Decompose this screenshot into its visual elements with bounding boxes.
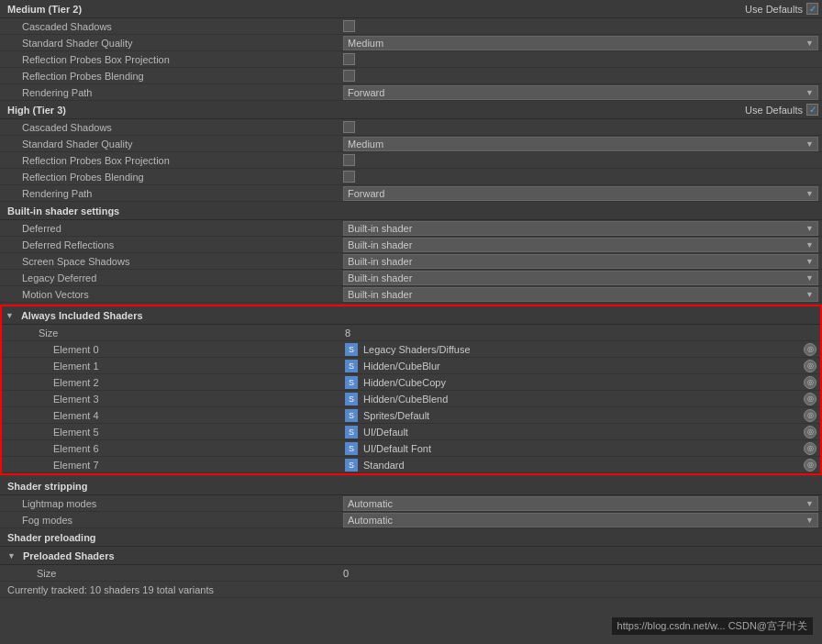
high-blending-checkbox[interactable]	[343, 171, 355, 183]
element-2-value-text: Hidden/CubeCopy	[363, 377, 802, 388]
medium-rendering-path-label: Rendering Path	[4, 87, 343, 98]
high-shader-quality-row: Standard Shader Quality Medium ▼	[0, 136, 822, 152]
motion-vectors-label: Motion Vectors	[4, 289, 343, 300]
high-rendering-path-arrow: ▼	[805, 189, 814, 198]
high-rendering-path-dropdown[interactable]: Forward ▼	[343, 186, 818, 201]
deferred-row: Deferred Built-in shader ▼	[0, 220, 822, 237]
deferred-arrow: ▼	[805, 224, 814, 233]
shader-stripping-label: Shader stripping	[4, 481, 818, 492]
element-1-shader-icon: S	[345, 360, 358, 372]
deferred-reflections-dropdown[interactable]: Built-in shader ▼	[343, 238, 818, 252]
motion-vectors-dropdown[interactable]: Built-in shader ▼	[343, 287, 818, 302]
element-0-select-btn[interactable]: ◎	[804, 343, 816, 356]
high-box-projection-checkbox[interactable]	[343, 154, 355, 166]
element-1-value-text: Hidden/CubeBlur	[363, 361, 802, 372]
high-rendering-path-value[interactable]: Forward ▼	[343, 186, 818, 201]
element-2-select-btn[interactable]: ◎	[804, 376, 816, 389]
shader-preloading-header: Shader preloading	[0, 528, 822, 547]
element-1-row: Element 1 S Hidden/CubeBlur ◎	[2, 358, 820, 374]
deferred-dropdown[interactable]: Built-in shader ▼	[343, 221, 818, 236]
medium-shader-quality-dropdown[interactable]: Medium ▼	[343, 36, 818, 50]
deferred-reflections-text: Built-in shader	[348, 239, 412, 250]
high-use-defaults-label: Use Defaults	[745, 105, 803, 116]
high-shader-quality-value[interactable]: Medium ▼	[343, 137, 818, 151]
legacy-deferred-dropdown[interactable]: Built-in shader ▼	[343, 271, 818, 285]
element-4-select-btn[interactable]: ◎	[804, 409, 816, 422]
element-7-select-btn[interactable]: ◎	[804, 459, 816, 472]
fog-modes-arrow: ▼	[805, 516, 814, 525]
element-4-value-text: Sprites/Default	[363, 410, 802, 421]
element-5-row: Element 5 S UI/Default ◎	[2, 424, 820, 440]
medium-box-projection-label: Reflection Probes Box Projection	[4, 54, 343, 65]
use-defaults-label: Use Defaults	[745, 4, 803, 15]
lightmap-modes-value[interactable]: Automatic ▼	[343, 496, 818, 511]
medium-blending-value	[343, 70, 818, 82]
element-1-select-btn[interactable]: ◎	[804, 360, 816, 372]
fog-modes-label: Fog modes	[4, 515, 343, 526]
lightmap-modes-arrow: ▼	[805, 499, 814, 508]
legacy-deferred-value[interactable]: Built-in shader ▼	[343, 271, 818, 285]
currently-tracked-label: Currently tracked: 10 shaders 19 total v…	[4, 584, 818, 595]
high-shader-quality-dropdown[interactable]: Medium ▼	[343, 137, 818, 151]
medium-box-projection-value	[343, 53, 818, 65]
high-cascaded-shadows-checkbox[interactable]	[343, 121, 355, 133]
deferred-reflections-value[interactable]: Built-in shader ▼	[343, 238, 818, 252]
element-7-row: Element 7 S Standard ◎	[2, 457, 820, 473]
high-blending-row: Reflection Probes Blending	[0, 169, 822, 185]
screen-space-shadows-value[interactable]: Built-in shader ▼	[343, 254, 818, 269]
high-use-defaults-checkbox[interactable]: ✓	[806, 104, 818, 116]
high-rendering-path-row: Rendering Path Forward ▼	[0, 185, 822, 202]
preloaded-size-value: 0	[343, 568, 349, 579]
medium-rendering-path-dropdown[interactable]: Forward ▼	[343, 85, 818, 100]
medium-use-defaults-checkbox[interactable]: ✓	[806, 3, 818, 15]
medium-shader-quality-text: Medium	[348, 38, 383, 49]
medium-tier-header: Medium (Tier 2) Use Defaults ✓	[0, 0, 822, 18]
currently-tracked-row: Currently tracked: 10 shaders 19 total v…	[0, 582, 822, 598]
element-5-shader-icon: S	[345, 426, 358, 439]
element-2-label: Element 2	[6, 377, 345, 388]
element-6-select-btn[interactable]: ◎	[804, 442, 816, 455]
element-5-label: Element 5	[6, 427, 345, 438]
medium-shader-quality-value[interactable]: Medium ▼	[343, 36, 818, 50]
high-blending-label: Reflection Probes Blending	[4, 172, 343, 183]
element-0-label: Element 0	[6, 344, 345, 355]
deferred-reflections-arrow: ▼	[805, 240, 814, 250]
element-3-select-btn[interactable]: ◎	[804, 393, 816, 405]
medium-blending-label: Reflection Probes Blending	[4, 71, 343, 82]
screen-space-shadows-row: Screen Space Shadows Built-in shader ▼	[0, 253, 822, 270]
legacy-deferred-row: Legacy Deferred Built-in shader ▼	[0, 270, 822, 286]
element-1-value: S Hidden/CubeBlur ◎	[345, 360, 816, 372]
element-3-value: S Hidden/CubeBlend ◎	[345, 393, 816, 405]
fog-modes-value[interactable]: Automatic ▼	[343, 513, 818, 527]
element-0-shader-icon: S	[345, 343, 358, 356]
fog-modes-dropdown[interactable]: Automatic ▼	[343, 513, 818, 527]
high-blending-value	[343, 171, 818, 183]
element-4-row: Element 4 S Sprites/Default ◎	[2, 407, 820, 424]
medium-rendering-path-row: Rendering Path Forward ▼	[0, 84, 822, 101]
medium-cascaded-shadows-checkbox[interactable]	[343, 20, 355, 32]
element-5-select-btn[interactable]: ◎	[804, 426, 816, 439]
element-0-value: S Legacy Shaders/Diffuse ◎	[345, 343, 816, 356]
screen-space-shadows-dropdown[interactable]: Built-in shader ▼	[343, 254, 818, 269]
high-use-defaults[interactable]: Use Defaults ✓	[745, 104, 818, 116]
always-included-section: ▼ Always Included Shaders Size 8 Element…	[0, 305, 822, 475]
preloaded-size-label: Size	[4, 568, 343, 579]
preloaded-shaders-header: ▼ Preloaded Shaders	[0, 547, 822, 565]
shader-stripping-header: Shader stripping	[0, 477, 822, 495]
element-6-label: Element 6	[6, 443, 345, 454]
fog-modes-text: Automatic	[348, 515, 393, 526]
medium-cascaded-shadows-label: Cascaded Shadows	[4, 21, 343, 32]
element-7-label: Element 7	[6, 460, 345, 471]
medium-rendering-path-value[interactable]: Forward ▼	[343, 85, 818, 100]
motion-vectors-row: Motion Vectors Built-in shader ▼	[0, 286, 822, 303]
medium-use-defaults[interactable]: Use Defaults ✓	[745, 3, 818, 15]
built-in-shaders-header: Built-in shader settings	[0, 202, 822, 220]
medium-tier-label: Medium (Tier 2)	[4, 4, 745, 15]
deferred-value[interactable]: Built-in shader ▼	[343, 221, 818, 236]
motion-vectors-value[interactable]: Built-in shader ▼	[343, 287, 818, 302]
medium-box-projection-checkbox[interactable]	[343, 53, 355, 65]
medium-blending-checkbox[interactable]	[343, 70, 355, 82]
lightmap-modes-dropdown[interactable]: Automatic ▼	[343, 496, 818, 511]
medium-rendering-path-arrow: ▼	[805, 88, 814, 97]
element-6-row: Element 6 S UI/Default Font ◎	[2, 440, 820, 457]
